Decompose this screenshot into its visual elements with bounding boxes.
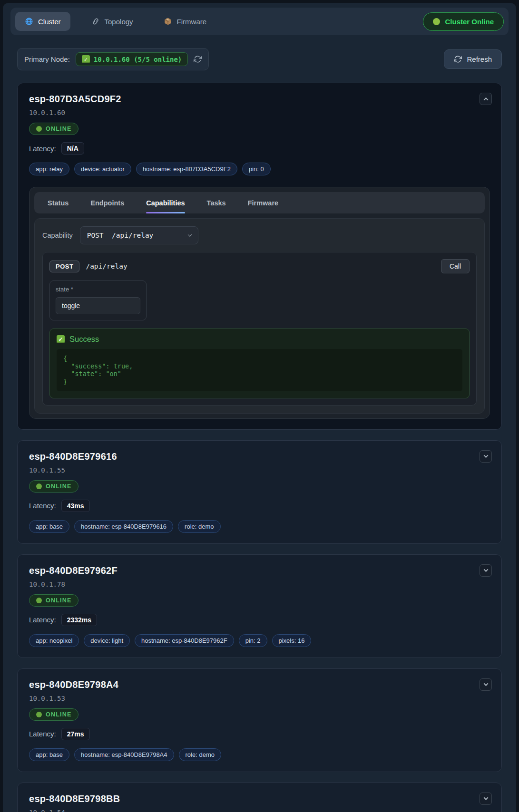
tab-firmware[interactable]: Firmware [248, 192, 278, 213]
tags-row: app: base hostname: esp-840D8E9798A4 rol… [29, 748, 490, 761]
status-dot [433, 18, 440, 25]
refresh-label: Refresh [467, 55, 492, 63]
latency-row: Latency: 27ms [29, 728, 490, 740]
tab-status[interactable]: Status [48, 192, 69, 213]
node-tag: role: demo [179, 748, 221, 761]
latency-value: 2332ms [61, 614, 97, 626]
capabilities-panel: Capability POST /api/relay POST /api/rel… [34, 218, 485, 414]
response-title: Success [69, 335, 99, 344]
top-nav: Cluster Topology Firmware [10, 8, 509, 35]
primary-node-value: 10.0.1.60 (5/5 online) [94, 56, 182, 63]
online-badge: ONLINE [29, 594, 78, 607]
endpoint-path: /api/relay [86, 262, 127, 270]
package-icon [164, 17, 172, 26]
node-name: esp-840D8E9798A4 [29, 679, 490, 690]
latency-row: Latency: 43ms [29, 500, 490, 512]
node-card-esp-840D8E9798BB: esp-840D8E9798BB 10.0.1.54 ONLINE Latenc… [17, 783, 502, 812]
node-card-esp-807D3A5CD9F2: esp-807D3A5CD9F2 10.0.1.60 ONLINE Latenc… [17, 83, 502, 430]
latency-value: N/A [61, 142, 84, 155]
online-badge: ONLINE [29, 480, 78, 493]
capability-select[interactable]: POST /api/relay [80, 226, 198, 244]
capability-select-row: Capability POST /api/relay [42, 226, 477, 244]
chevron-down-icon [483, 795, 488, 800]
tags-row: app: base hostname: esp-840D8E979616 rol… [29, 520, 490, 533]
node-ip: 10.0.1.78 [29, 580, 490, 588]
tags-row: app: relay device: actuator hostname: es… [29, 163, 490, 175]
param-state-input[interactable] [56, 297, 140, 314]
online-dot-icon [36, 712, 42, 717]
nav-tab-label: Topology [105, 18, 133, 26]
expand-button[interactable] [480, 564, 492, 577]
response-panel: ✓ Success { "success": true, "state": "o… [49, 329, 470, 398]
node-tag: pin: 0 [242, 163, 271, 175]
node-ip: 10.0.1.53 [29, 695, 490, 702]
primary-node-row: Primary Node: ✓ 10.0.1.60 (5/5 online) R… [17, 48, 502, 70]
nav-tab-label: Cluster [38, 18, 61, 26]
online-dot-icon [36, 126, 42, 132]
node-ip: 10.0.1.60 [29, 109, 490, 116]
primary-node-pill: Primary Node: ✓ 10.0.1.60 (5/5 online) [17, 48, 209, 70]
node-tag: hostname: esp-840D8E9798A4 [74, 748, 174, 761]
node-name: esp-840D8E9798BB [29, 793, 490, 804]
latency-row: Latency: 2332ms [29, 614, 490, 626]
cluster-status-label: Cluster Online [445, 18, 494, 26]
online-dot-icon [36, 598, 42, 603]
response-json: { "success": true, "state": "on" } [57, 349, 462, 391]
cluster-dashboard: Cluster Topology Firmware [3, 3, 516, 812]
detail-tabbar: Status Endpoints Capabilities Tasks Firm… [34, 192, 485, 213]
node-tag: hostname: esp-840D8E97962F [135, 634, 234, 647]
chevron-down-icon [187, 232, 191, 236]
latency-label: Latency: [29, 730, 56, 738]
globe-icon [25, 17, 33, 26]
node-name: esp-807D3A5CD9F2 [29, 94, 490, 105]
node-tag: device: light [84, 634, 130, 647]
online-label: ONLINE [46, 483, 71, 490]
node-card-esp-840D8E979616: esp-840D8E979616 10.0.1.55 ONLINE Latenc… [17, 440, 502, 544]
node-tag: app: base [29, 748, 69, 761]
tags-row: app: neopixel device: light hostname: es… [29, 634, 490, 647]
collapse-button[interactable] [480, 93, 492, 105]
node-tag: role: demo [178, 520, 220, 533]
latency-label: Latency: [29, 145, 56, 153]
expand-button[interactable] [480, 793, 492, 805]
primary-node-label: Primary Node: [24, 55, 70, 63]
node-tag: app: relay [29, 163, 69, 175]
primary-node-badge: ✓ 10.0.1.60 (5/5 online) [76, 52, 188, 66]
endpoint-header: POST /api/relay Call [49, 259, 470, 273]
node-tag: hostname: esp-840D8E979616 [74, 520, 173, 533]
chevron-down-icon [483, 453, 488, 458]
online-label: ONLINE [46, 711, 71, 718]
expand-button[interactable] [480, 678, 492, 691]
sync-icon[interactable] [194, 55, 202, 63]
node-tag: hostname: esp-807D3A5CD9F2 [136, 163, 237, 175]
online-label: ONLINE [46, 126, 71, 132]
nav-tab-label: Firmware [177, 18, 207, 26]
online-badge: ONLINE [29, 708, 78, 721]
node-tag: pixels: 16 [272, 634, 312, 647]
online-label: ONLINE [46, 597, 71, 604]
tab-tasks[interactable]: Tasks [207, 192, 226, 213]
nav-tab-topology[interactable]: Topology [82, 12, 143, 31]
nav-tab-firmware[interactable]: Firmware [154, 12, 216, 31]
node-ip: 10.0.1.54 [29, 809, 490, 812]
call-button[interactable]: Call [441, 259, 470, 273]
chevron-down-icon [483, 567, 488, 572]
node-tag: app: base [29, 520, 69, 533]
online-dot-icon [36, 483, 42, 489]
latency-label: Latency: [29, 502, 56, 510]
tab-capabilities[interactable]: Capabilities [146, 192, 185, 213]
refresh-button[interactable]: Refresh [444, 49, 502, 69]
param-label: state * [56, 286, 140, 293]
latency-label: Latency: [29, 616, 56, 624]
endpoint-panel: POST /api/relay Call state * ✓ Success [42, 252, 477, 406]
latency-row: Latency: N/A [29, 142, 490, 155]
expand-button[interactable] [480, 450, 492, 463]
cluster-status-badge: Cluster Online [423, 12, 504, 31]
tab-endpoints[interactable]: Endpoints [90, 192, 124, 213]
check-icon: ✓ [82, 55, 90, 63]
nav-tab-cluster[interactable]: Cluster [15, 12, 70, 31]
node-detail-section: Status Endpoints Capabilities Tasks Firm… [29, 187, 490, 419]
node-tag: device: actuator [74, 163, 131, 175]
latency-value: 43ms [61, 500, 90, 512]
online-badge: ONLINE [29, 123, 78, 135]
